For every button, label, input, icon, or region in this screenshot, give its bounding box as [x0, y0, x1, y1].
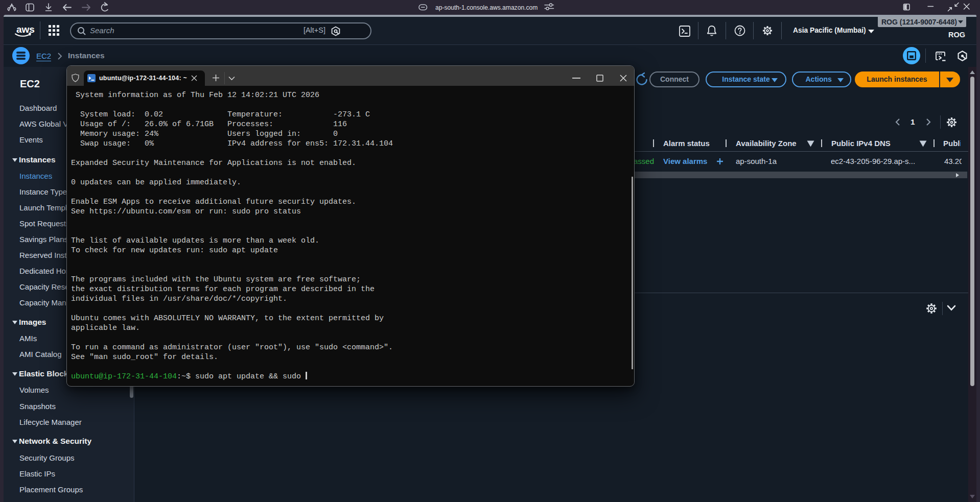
svg-text:ap-south-1.console.aws.amazon.: ap-south-1.console.aws.amazon.com: [435, 4, 538, 11]
svg-text:aws: aws: [16, 24, 35, 35]
